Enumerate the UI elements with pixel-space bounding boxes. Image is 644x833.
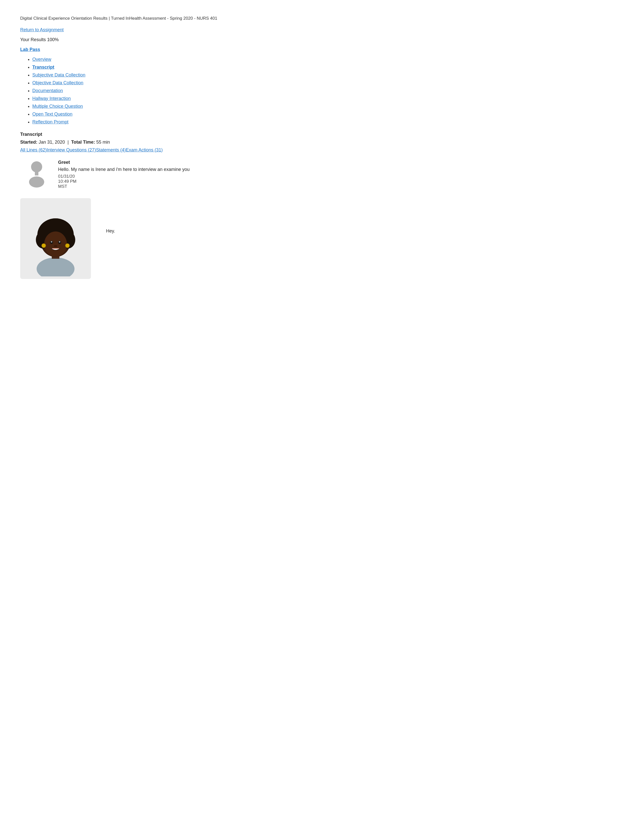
patient-entry-text: Hey.: [106, 198, 115, 234]
svg-point-13: [51, 241, 52, 243]
nav-item-open-text[interactable]: Open Text Question: [32, 112, 258, 117]
started-label: Started:: [20, 140, 37, 145]
transcript-section-title: Transcript: [20, 132, 258, 137]
svg-point-14: [59, 241, 60, 243]
patient-avatar-box: [20, 198, 91, 279]
svg-point-1: [29, 177, 44, 188]
nurse-entry-greet: Greet Hello. My name is Irene and i'm he…: [20, 160, 258, 189]
svg-point-3: [37, 257, 74, 277]
nav-item-documentation[interactable]: Documentation: [32, 88, 258, 93]
hallway-link[interactable]: Hallway Interaction: [32, 96, 71, 101]
transcript-link[interactable]: Transcript: [32, 64, 54, 70]
transcript-meta: Started: Jan 31, 2020 | Total Time: 55 m…: [20, 140, 258, 145]
nurse-entry-timestamp: 01/31/2010:49 PMMST: [58, 174, 258, 189]
patient-entry-hey: Hey.: [20, 198, 258, 279]
filter-line: All Lines (62)Interview Questions (27)St…: [20, 148, 258, 153]
patient-avatar-icon: [23, 201, 89, 277]
nurse-content-greet: Greet Hello. My name is Irene and i'm he…: [58, 160, 258, 189]
started-value: Jan 31, 2020: [39, 140, 65, 145]
breadcrumb: Digital Clinical Experience Orientation …: [20, 15, 258, 22]
filter-exam-actions[interactable]: Exam Actions (31): [126, 148, 163, 153]
svg-point-10: [44, 232, 67, 257]
nav-item-reflection[interactable]: Reflection Prompt: [32, 119, 258, 125]
svg-point-0: [31, 161, 42, 172]
filter-all-lines[interactable]: All Lines (62): [20, 148, 47, 153]
nurse-avatar-icon: [24, 160, 49, 188]
nurse-avatar-container: [20, 160, 53, 188]
objective-link[interactable]: Objective Data Collection: [32, 80, 83, 85]
nav-item-multiple-choice[interactable]: Multiple Choice Question: [32, 104, 258, 109]
total-time-label: Total Time:: [71, 140, 95, 145]
nav-item-objective[interactable]: Objective Data Collection: [32, 80, 258, 85]
subjective-link[interactable]: Subjective Data Collection: [32, 72, 85, 77]
documentation-link[interactable]: Documentation: [32, 88, 63, 93]
nav-item-transcript[interactable]: Transcript: [32, 64, 258, 70]
svg-rect-2: [35, 171, 39, 175]
results-text: Your Results 100%: [20, 37, 258, 42]
nurse-entry-label: Greet: [58, 160, 258, 165]
total-time-value: 55 min: [96, 140, 110, 145]
open-text-link[interactable]: Open Text Question: [32, 112, 72, 117]
svg-point-17: [54, 245, 57, 247]
multiple-choice-link[interactable]: Multiple Choice Question: [32, 104, 83, 109]
nav-item-overview[interactable]: Overview: [32, 57, 258, 62]
return-to-assignment-link[interactable]: Return to Assignment: [20, 27, 64, 32]
lab-pass-link[interactable]: Lab Pass: [20, 47, 40, 52]
filter-interview-questions[interactable]: Interview Questions (27): [47, 148, 96, 153]
svg-point-16: [65, 244, 69, 248]
reflection-link[interactable]: Reflection Prompt: [32, 119, 68, 124]
nav-item-subjective[interactable]: Subjective Data Collection: [32, 72, 258, 78]
transcript-entries: Greet Hello. My name is Irene and i'm he…: [20, 160, 258, 279]
svg-point-15: [42, 244, 46, 248]
nurse-entry-text: Hello. My name is Irene and i'm here to …: [58, 166, 258, 173]
overview-link[interactable]: Overview: [32, 57, 51, 62]
nav-item-hallway[interactable]: Hallway Interaction: [32, 96, 258, 101]
filter-statements[interactable]: Statements (4): [96, 148, 126, 153]
nav-list: Overview Transcript Subjective Data Coll…: [20, 57, 258, 125]
